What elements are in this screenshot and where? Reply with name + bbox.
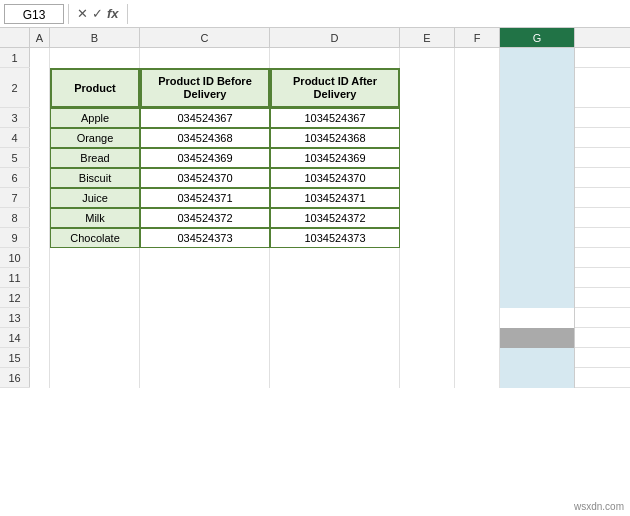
cell-E9[interactable] xyxy=(400,228,455,248)
cell-E15[interactable] xyxy=(400,348,455,368)
cell-A12[interactable] xyxy=(30,288,50,308)
cell-D15[interactable] xyxy=(270,348,400,368)
cell-B8[interactable]: Milk xyxy=(50,208,140,228)
cell-D6[interactable]: 1034524370 xyxy=(270,168,400,188)
cell-G4[interactable] xyxy=(500,128,575,148)
cell-D14[interactable] xyxy=(270,328,400,348)
cell-F4[interactable] xyxy=(455,128,500,148)
cell-F10[interactable] xyxy=(455,248,500,268)
cell-E6[interactable] xyxy=(400,168,455,188)
cell-E3[interactable] xyxy=(400,108,455,128)
col-header-f[interactable]: F xyxy=(455,28,500,47)
cell-A11[interactable] xyxy=(30,268,50,288)
cell-D5[interactable]: 1034524369 xyxy=(270,148,400,168)
cell-A3[interactable] xyxy=(30,108,50,128)
cell-C13[interactable] xyxy=(140,308,270,328)
cell-C9[interactable]: 034524373 xyxy=(140,228,270,248)
cell-F12[interactable] xyxy=(455,288,500,308)
col-header-g[interactable]: G xyxy=(500,28,575,47)
cell-B3[interactable]: Apple xyxy=(50,108,140,128)
cell-G8[interactable] xyxy=(500,208,575,228)
cell-C12[interactable] xyxy=(140,288,270,308)
cell-E8[interactable] xyxy=(400,208,455,228)
function-icon[interactable]: fx xyxy=(107,6,119,21)
cell-E11[interactable] xyxy=(400,268,455,288)
cell-F2[interactable] xyxy=(455,68,500,108)
cell-G10[interactable] xyxy=(500,248,575,268)
cell-C10[interactable] xyxy=(140,248,270,268)
cell-A16[interactable] xyxy=(30,368,50,388)
cell-C8[interactable]: 034524372 xyxy=(140,208,270,228)
cell-D4[interactable]: 1034524368 xyxy=(270,128,400,148)
cell-G11[interactable] xyxy=(500,268,575,288)
cell-A15[interactable] xyxy=(30,348,50,368)
cell-C14[interactable] xyxy=(140,328,270,348)
cell-C7[interactable]: 034524371 xyxy=(140,188,270,208)
cell-B7[interactable]: Juice xyxy=(50,188,140,208)
cell-G5[interactable] xyxy=(500,148,575,168)
cell-C4[interactable]: 034524368 xyxy=(140,128,270,148)
cell-B13[interactable] xyxy=(50,308,140,328)
cell-G9[interactable] xyxy=(500,228,575,248)
cell-A2[interactable] xyxy=(30,68,50,108)
col-header-b[interactable]: B xyxy=(50,28,140,47)
cell-F14[interactable] xyxy=(455,328,500,348)
col-header-d[interactable]: D xyxy=(270,28,400,47)
cell-E1[interactable] xyxy=(400,48,455,68)
cell-A5[interactable] xyxy=(30,148,50,168)
cell-A9[interactable] xyxy=(30,228,50,248)
cell-F6[interactable] xyxy=(455,168,500,188)
cell-G14[interactable] xyxy=(500,328,575,348)
cell-C15[interactable] xyxy=(140,348,270,368)
cell-C11[interactable] xyxy=(140,268,270,288)
cell-G3[interactable] xyxy=(500,108,575,128)
cell-A1[interactable] xyxy=(30,48,50,68)
cell-F16[interactable] xyxy=(455,368,500,388)
cell-C5[interactable]: 034524369 xyxy=(140,148,270,168)
cell-C1[interactable] xyxy=(140,48,270,68)
cell-A10[interactable] xyxy=(30,248,50,268)
cell-G6[interactable] xyxy=(500,168,575,188)
cell-E10[interactable] xyxy=(400,248,455,268)
cell-F8[interactable] xyxy=(455,208,500,228)
cell-G13[interactable] xyxy=(500,308,575,328)
cell-C3[interactable]: 034524367 xyxy=(140,108,270,128)
cell-A13[interactable] xyxy=(30,308,50,328)
cell-G12[interactable] xyxy=(500,288,575,308)
cell-D8[interactable]: 1034524372 xyxy=(270,208,400,228)
formula-input[interactable] xyxy=(132,4,626,24)
cell-G7[interactable] xyxy=(500,188,575,208)
cell-B6[interactable]: Biscuit xyxy=(50,168,140,188)
cell-B15[interactable] xyxy=(50,348,140,368)
cell-E4[interactable] xyxy=(400,128,455,148)
cell-F9[interactable] xyxy=(455,228,500,248)
cell-D12[interactable] xyxy=(270,288,400,308)
cell-E5[interactable] xyxy=(400,148,455,168)
col-header-a[interactable]: A xyxy=(30,28,50,47)
col-header-c[interactable]: C xyxy=(140,28,270,47)
cell-E2[interactable] xyxy=(400,68,455,108)
cell-E13[interactable] xyxy=(400,308,455,328)
cell-C16[interactable] xyxy=(140,368,270,388)
cell-A8[interactable] xyxy=(30,208,50,228)
cell-D16[interactable] xyxy=(270,368,400,388)
cell-G1[interactable] xyxy=(500,48,575,68)
cell-B4[interactable]: Orange xyxy=(50,128,140,148)
cell-A4[interactable] xyxy=(30,128,50,148)
cancel-icon[interactable]: ✕ xyxy=(77,6,88,21)
cell-D10[interactable] xyxy=(270,248,400,268)
cell-C2[interactable]: Product ID Before Delivery xyxy=(140,68,270,108)
cell-C6[interactable]: 034524370 xyxy=(140,168,270,188)
cell-G2[interactable] xyxy=(500,68,575,108)
cell-F15[interactable] xyxy=(455,348,500,368)
cell-B14[interactable] xyxy=(50,328,140,348)
cell-F7[interactable] xyxy=(455,188,500,208)
cell-F5[interactable] xyxy=(455,148,500,168)
cell-E14[interactable] xyxy=(400,328,455,348)
confirm-icon[interactable]: ✓ xyxy=(92,6,103,21)
cell-B2[interactable]: Product xyxy=(50,68,140,108)
cell-D13[interactable] xyxy=(270,308,400,328)
cell-A14[interactable] xyxy=(30,328,50,348)
cell-D7[interactable]: 1034524371 xyxy=(270,188,400,208)
cell-E12[interactable] xyxy=(400,288,455,308)
